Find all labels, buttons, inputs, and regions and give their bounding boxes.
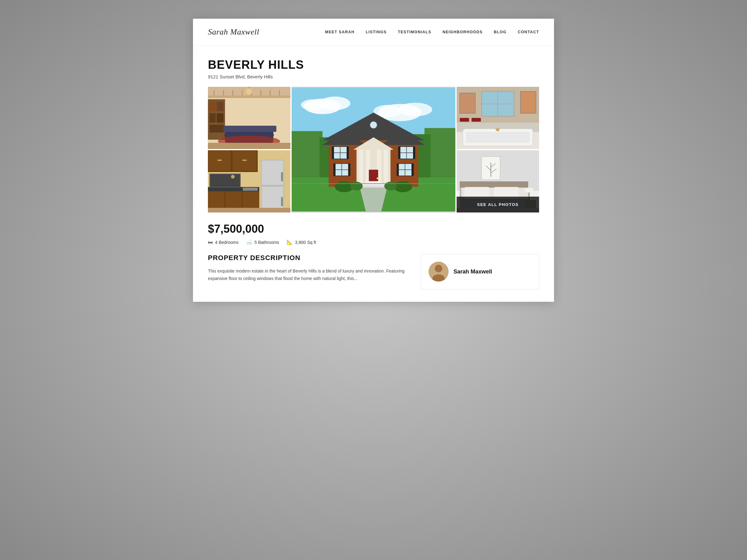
property-title: BEVERLY HILLS <box>208 58 539 72</box>
svg-rect-21 <box>224 126 276 132</box>
bedrooms-label: 4 Bedrooms <box>215 240 238 245</box>
svg-rect-2 <box>208 96 290 98</box>
property-address: 9121 Sunset Blvd, Beverly Hills <box>208 74 539 79</box>
svg-rect-15 <box>216 102 224 111</box>
nav-blog[interactable]: BLOG <box>494 30 507 34</box>
svg-rect-65 <box>413 146 415 159</box>
svg-rect-103 <box>261 160 284 185</box>
photo-bathroom[interactable] <box>457 87 539 149</box>
see-all-photos-button[interactable]: SEE ALL PHOTOS <box>457 196 539 212</box>
svg-rect-85 <box>460 93 475 113</box>
photo-exterior[interactable] <box>292 87 455 212</box>
svg-rect-47 <box>384 150 388 187</box>
svg-rect-66 <box>333 164 336 176</box>
svg-point-135 <box>435 265 442 272</box>
agent-card: Sarah Maxwell <box>421 254 539 289</box>
svg-point-76 <box>351 182 363 190</box>
svg-point-70 <box>370 121 377 129</box>
svg-rect-101 <box>242 160 247 161</box>
svg-rect-69 <box>411 164 414 176</box>
svg-rect-97 <box>208 150 258 172</box>
svg-rect-92 <box>495 128 500 130</box>
svg-rect-67 <box>348 164 351 176</box>
svg-rect-23 <box>208 143 290 149</box>
property-stats: 🛏 4 Bedrooms 🛁 5 Bathrooms 📐 3,800 Sq ft <box>208 239 539 245</box>
site-logo[interactable]: Sarah Maxwell <box>208 27 259 37</box>
nav-testimonials[interactable]: TESTIMONIALS <box>398 30 431 34</box>
main-content: BEVERLY HILLS 9121 Sunset Blvd, Beverly … <box>193 46 554 302</box>
nav-contact[interactable]: CONTACT <box>518 30 539 34</box>
svg-rect-90 <box>466 132 530 143</box>
ruler-icon: 📐 <box>287 239 293 245</box>
price-section: $7,500,000 🛏 4 Bedrooms 🛁 5 Bathrooms 📐 … <box>208 222 539 245</box>
description-section: PROPERTY DESCRIPTION This exquisite mode… <box>208 254 539 302</box>
svg-rect-62 <box>332 146 334 159</box>
nav-listings[interactable]: LISTINGS <box>366 30 387 34</box>
svg-point-131 <box>524 188 534 193</box>
svg-point-77 <box>384 182 397 190</box>
nav-neighborhoods[interactable]: NEIGHBORHOODS <box>443 30 483 34</box>
description-text: This exquisite modern estate in the hear… <box>208 268 408 283</box>
description-heading: PROPERTY DESCRIPTION <box>208 254 408 262</box>
svg-rect-68 <box>396 164 399 176</box>
nav-meet-sarah[interactable]: MEET SARAH <box>325 30 355 34</box>
svg-rect-71 <box>361 185 386 188</box>
svg-point-49 <box>377 177 379 179</box>
svg-rect-63 <box>347 146 349 159</box>
svg-rect-44 <box>359 150 363 187</box>
svg-rect-94 <box>471 118 481 122</box>
photo-grid: SEE ALL PHOTOS <box>208 87 539 212</box>
svg-rect-17 <box>216 113 224 123</box>
bathrooms-label: 5 Bathrooms <box>254 240 279 245</box>
svg-rect-14 <box>209 102 216 111</box>
svg-rect-18 <box>209 125 224 133</box>
photo-kitchen[interactable] <box>208 150 290 212</box>
agent-info: Sarah Maxwell <box>429 262 531 282</box>
bathrooms-stat: 🛁 5 Bathrooms <box>246 239 279 245</box>
agent-avatar <box>429 262 448 282</box>
svg-rect-113 <box>243 188 258 191</box>
svg-point-114 <box>231 175 235 179</box>
sqft-stat: 📐 3,800 Sq ft <box>287 239 316 245</box>
svg-point-11 <box>246 88 252 95</box>
svg-point-27 <box>301 99 326 110</box>
svg-rect-73 <box>365 181 382 184</box>
header: Sarah Maxwell MEET SARAH LISTINGS TESTIM… <box>193 19 554 46</box>
bath-icon: 🛁 <box>246 239 252 245</box>
agent-name: Sarah Maxwell <box>454 268 492 275</box>
property-price: $7,500,000 <box>208 222 539 236</box>
photo-bedroom[interactable]: SEE ALL PHOTOS <box>457 150 539 212</box>
svg-rect-106 <box>281 197 283 206</box>
svg-rect-112 <box>210 175 240 187</box>
bedrooms-stat: 🛏 4 Bedrooms <box>208 240 238 245</box>
sqft-label: 3,800 Sq ft <box>295 240 316 245</box>
main-nav: MEET SARAH LISTINGS TESTIMONIALS NEIGHBO… <box>325 30 539 34</box>
description-left: PROPERTY DESCRIPTION This exquisite mode… <box>208 254 408 289</box>
svg-rect-64 <box>398 146 400 159</box>
svg-rect-16 <box>209 113 216 123</box>
photo-living-room[interactable] <box>208 87 290 149</box>
svg-rect-86 <box>520 91 536 113</box>
svg-point-29 <box>398 103 432 116</box>
bed-icon: 🛏 <box>208 240 213 245</box>
svg-rect-126 <box>460 181 528 188</box>
page-container: Sarah Maxwell MEET SARAH LISTINGS TESTIM… <box>193 19 554 302</box>
svg-rect-100 <box>217 160 222 161</box>
svg-rect-105 <box>281 172 283 181</box>
svg-rect-115 <box>208 208 290 212</box>
svg-rect-93 <box>460 118 469 122</box>
